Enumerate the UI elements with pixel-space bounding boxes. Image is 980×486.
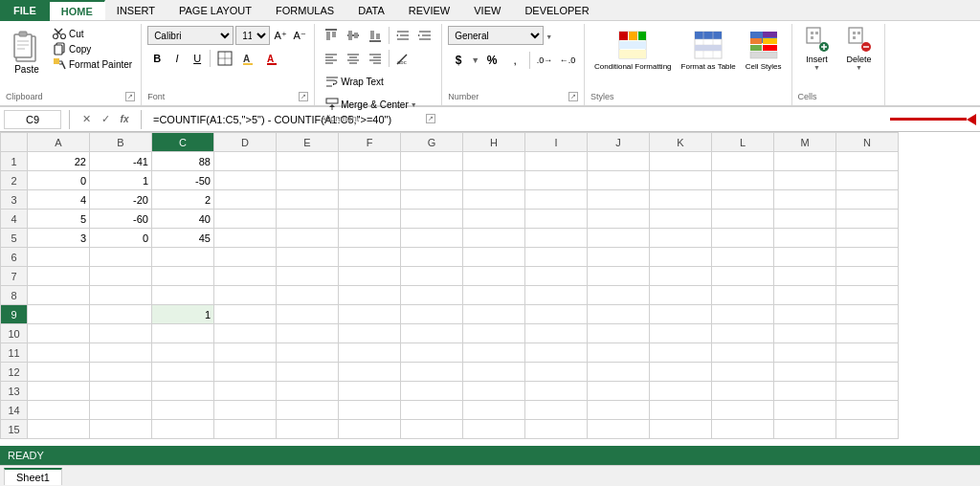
cut-button[interactable]: Cut	[50, 26, 135, 41]
cell-A1[interactable]: 22	[28, 152, 90, 171]
cell-B7[interactable]	[90, 267, 152, 286]
cell-F14[interactable]	[339, 401, 401, 420]
cell-K1[interactable]	[650, 152, 712, 171]
align-left-button[interactable]	[321, 49, 342, 68]
cell-D3[interactable]	[214, 190, 277, 210]
cell-C13[interactable]	[152, 382, 214, 401]
wrap-text-button[interactable]: Wrap Text	[321, 72, 389, 91]
cell-K12[interactable]	[650, 363, 712, 382]
cell-L11[interactable]	[712, 343, 774, 363]
cell-M14[interactable]	[774, 401, 836, 420]
cell-J3[interactable]	[588, 190, 650, 210]
font-name-select[interactable]: Calibri	[147, 26, 234, 45]
cell-E9[interactable]	[277, 305, 339, 324]
cell-K3[interactable]	[650, 190, 712, 210]
col-header-J[interactable]: J	[588, 133, 650, 152]
decrease-decimal-button[interactable]: ←.0	[557, 51, 578, 70]
cell-M2[interactable]	[774, 171, 836, 190]
cell-C2[interactable]: -50	[152, 171, 214, 190]
file-tab[interactable]: FILE	[0, 0, 50, 21]
copy-button[interactable]: Copy	[50, 41, 135, 56]
cell-L2[interactable]	[712, 171, 774, 190]
cell-I15[interactable]	[525, 420, 588, 439]
row-header-4[interactable]: 4	[1, 210, 28, 229]
cell-C14[interactable]	[152, 401, 214, 420]
cell-F2[interactable]	[339, 171, 401, 190]
cell-H9[interactable]	[463, 305, 525, 324]
cell-E5[interactable]	[277, 229, 339, 248]
row-header-3[interactable]: 3	[1, 190, 28, 210]
cell-N1[interactable]	[836, 152, 899, 171]
currency-button[interactable]: $	[448, 51, 469, 70]
cell-C6[interactable]	[152, 248, 214, 267]
cell-L8[interactable]	[712, 286, 774, 305]
number-format-select[interactable]: General	[448, 26, 544, 45]
cell-D6[interactable]	[214, 248, 277, 267]
cell-B4[interactable]: -60	[90, 210, 152, 229]
row-header-10[interactable]: 10	[1, 324, 28, 343]
cell-L12[interactable]	[712, 363, 774, 382]
cell-L5[interactable]	[712, 229, 774, 248]
cell-B6[interactable]	[90, 248, 152, 267]
cell-B8[interactable]	[90, 286, 152, 305]
cell-A9[interactable]	[28, 305, 90, 324]
cell-A10[interactable]	[28, 324, 90, 343]
cell-G9[interactable]	[401, 305, 463, 324]
cell-G10[interactable]	[401, 324, 463, 343]
conditional-formatting-button[interactable]: Conditional Formatting	[590, 26, 675, 73]
cell-D13[interactable]	[214, 382, 277, 401]
tab-data[interactable]: DATA	[346, 0, 397, 20]
underline-button[interactable]: U	[188, 49, 207, 68]
col-header-L[interactable]: L	[712, 133, 774, 152]
cell-M3[interactable]	[774, 190, 836, 210]
align-right-button[interactable]	[365, 49, 386, 68]
cell-I3[interactable]	[525, 190, 588, 210]
cell-E3[interactable]	[277, 190, 339, 210]
cell-I2[interactable]	[525, 171, 588, 190]
cell-D10[interactable]	[214, 324, 277, 343]
cell-G14[interactable]	[401, 401, 463, 420]
cell-L3[interactable]	[712, 190, 774, 210]
cell-A15[interactable]	[28, 420, 90, 439]
cell-E14[interactable]	[277, 401, 339, 420]
cell-M8[interactable]	[774, 286, 836, 305]
cell-C4[interactable]: 40	[152, 210, 214, 229]
cell-E12[interactable]	[277, 363, 339, 382]
cell-F3[interactable]	[339, 190, 401, 210]
comma-button[interactable]: ,	[504, 51, 525, 70]
cell-H1[interactable]	[463, 152, 525, 171]
cell-A4[interactable]: 5	[28, 210, 90, 229]
cell-J8[interactable]	[588, 286, 650, 305]
cell-M10[interactable]	[774, 324, 836, 343]
cell-I4[interactable]	[525, 210, 588, 229]
clipboard-expand[interactable]: ↗	[125, 92, 135, 101]
cell-J2[interactable]	[588, 171, 650, 190]
cell-L10[interactable]	[712, 324, 774, 343]
cell-G7[interactable]	[401, 267, 463, 286]
row-header-1[interactable]: 1	[1, 152, 28, 171]
cell-J13[interactable]	[588, 382, 650, 401]
confirm-formula-button[interactable]: ✓	[97, 111, 114, 128]
cell-B13[interactable]	[90, 382, 152, 401]
cell-B14[interactable]	[90, 401, 152, 420]
cell-B12[interactable]	[90, 363, 152, 382]
cell-N7[interactable]	[836, 267, 899, 286]
cell-B10[interactable]	[90, 324, 152, 343]
cell-L9[interactable]	[712, 305, 774, 324]
align-center-button[interactable]	[343, 49, 364, 68]
font-expand[interactable]: ↗	[299, 92, 308, 101]
cell-F1[interactable]	[339, 152, 401, 171]
cell-I6[interactable]	[525, 248, 588, 267]
cell-K11[interactable]	[650, 343, 712, 363]
cell-B15[interactable]	[90, 420, 152, 439]
cell-N11[interactable]	[836, 343, 899, 363]
cell-H7[interactable]	[463, 267, 525, 286]
cell-D4[interactable]	[214, 210, 277, 229]
col-header-A[interactable]: A	[28, 133, 90, 152]
cell-E7[interactable]	[277, 267, 339, 286]
cell-B5[interactable]: 0	[90, 229, 152, 248]
cell-K15[interactable]	[650, 420, 712, 439]
cell-E10[interactable]	[277, 324, 339, 343]
cell-F8[interactable]	[339, 286, 401, 305]
cell-C15[interactable]	[152, 420, 214, 439]
